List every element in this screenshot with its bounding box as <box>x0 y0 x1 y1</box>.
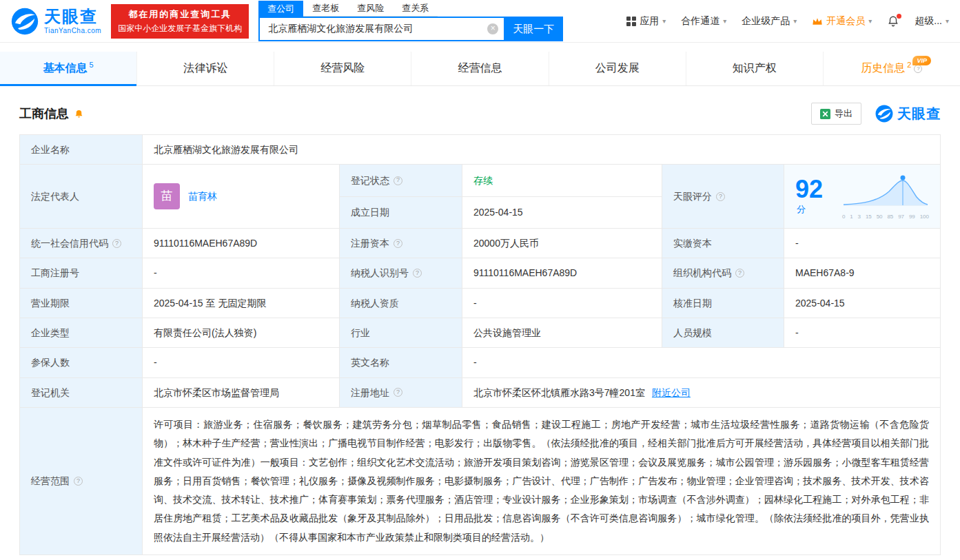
tianyancha-logo-icon <box>875 105 893 123</box>
label-text: 天眼评分 <box>673 189 712 203</box>
search-button[interactable]: 天眼一下 <box>504 17 563 41</box>
label-company-name: 企业名称 <box>20 135 143 165</box>
nearby-company-link[interactable]: 附近公司 <box>652 387 691 398</box>
promo-badge: 都在用的商业查询工具 国家中小企业发展子基金旗下机构 <box>111 4 249 39</box>
label-text: 统一社会信用代码 <box>31 236 108 250</box>
value-taxpayer-quality: - <box>462 288 662 318</box>
nav-enterprise-label: 企业级产品 <box>742 15 790 28</box>
nav-notifications[interactable] <box>887 15 899 28</box>
score-unit: 分 <box>797 204 806 214</box>
nav-partner[interactable]: 合作通道 ▾ <box>681 15 726 28</box>
label-establish-date: 成立日期 <box>340 196 462 228</box>
table-row: 企业类型 有限责任公司(法人独资) 行业 公共设施管理业 人员规模 - <box>20 318 941 348</box>
nav-vip[interactable]: 开通会员 ▾ <box>812 15 872 28</box>
label-insured-count: 参保人数 <box>20 348 143 377</box>
tab-legal-proceedings[interactable]: 法律诉讼 <box>137 52 274 85</box>
table-row: 工商注册号 - 纳税人识别号? 91110116MAEH67A89D 组织机构代… <box>20 258 941 288</box>
label-industry: 行业 <box>340 318 462 348</box>
tianyancha-logo[interactable]: 天眼查 TianYanCha.com <box>11 8 101 35</box>
value-taxpayer-id: 91110116MAEH67A89D <box>462 258 662 288</box>
label-english-name: 英文名称 <box>340 348 462 377</box>
nav-partner-label: 合作通道 <box>681 15 719 28</box>
label-business-term: 营业期限 <box>20 288 143 318</box>
search-tab-label: 查公司 <box>267 3 294 15</box>
nav-enterprise[interactable]: 企业级产品 ▾ <box>742 15 797 28</box>
bell-icon[interactable] <box>74 109 84 119</box>
nav-apps-label: 应用 <box>640 15 659 28</box>
label-company-type: 企业类型 <box>20 318 143 348</box>
value-org-code: MAEH67A8-9 <box>784 258 941 288</box>
label-text: 登记机关 <box>31 387 70 398</box>
tab-intellectual-property[interactable]: 知识产权 <box>686 52 824 85</box>
section-header: 工商信息 导出 天眼查 <box>19 103 941 125</box>
search-input[interactable] <box>267 23 487 35</box>
nav-apps[interactable]: 应用 ▾ <box>626 15 666 28</box>
value-reg-capital: 20000万人民币 <box>462 229 662 258</box>
value-text: - <box>795 238 799 249</box>
search-tab-risk[interactable]: 查风险 <box>348 1 393 17</box>
tab-history-info[interactable]: 历史信息 2 ? VIP <box>824 52 960 85</box>
tab-operating-risk[interactable]: 经营风险 <box>274 52 411 85</box>
nav-user-label: 超级... <box>915 15 942 28</box>
label-staff-size: 人员规模 <box>662 318 784 348</box>
help-icon[interactable]: ? <box>394 239 402 248</box>
table-row: 经营范围? 许可项目：旅游业务；住宿服务；餐饮服务；建筑劳务分包；烟草制品零售；… <box>20 407 941 554</box>
label-taxpayer-id: 纳税人识别号? <box>340 258 462 288</box>
section-title: 工商信息 <box>19 105 69 122</box>
label-text: 纳税人资质 <box>351 298 399 309</box>
legal-rep-avatar[interactable]: 苗 <box>154 183 180 209</box>
vip-badge: VIP <box>912 56 931 65</box>
value-insured-count: - <box>143 348 340 377</box>
value-text: 公共设施管理业 <box>473 327 541 338</box>
value-text: 2025-04-15 <box>795 298 845 309</box>
business-info-table: 企业名称 北京雁栖湖文化旅游发展有限公司 法定代表人 苗 苗育林 登记状态? 存… <box>19 134 941 555</box>
chevron-down-icon: ▾ <box>793 17 797 25</box>
label-text: 成立日期 <box>351 207 389 218</box>
value-text: 2025-04-15 <box>473 207 523 218</box>
value-english-name: - <box>462 348 941 377</box>
tab-company-development[interactable]: 公司发展 <box>549 52 686 85</box>
help-icon[interactable]: ? <box>394 176 402 185</box>
label-text: 企业类型 <box>31 327 70 338</box>
tab-label: 经营信息 <box>458 61 502 76</box>
tab-operating-info[interactable]: 经营信息 <box>411 52 549 85</box>
export-button[interactable]: 导出 <box>811 103 861 125</box>
value-text: 20000万人民币 <box>473 238 539 249</box>
label-text: 营业期限 <box>31 298 70 309</box>
label-paid-capital: 实缴资本 <box>662 229 784 258</box>
value-text: 北京雁栖湖文化旅游发展有限公司 <box>154 144 298 155</box>
tab-label: 知识产权 <box>733 61 777 76</box>
label-reg-number: 工商注册号 <box>20 258 143 288</box>
value-text: 北京市怀柔区怀北镇雁水路3号7幢201室 <box>473 387 645 398</box>
legal-rep-link[interactable]: 苗育林 <box>188 189 217 203</box>
label-approval-date: 核准日期 <box>662 288 784 318</box>
help-icon[interactable]: ? <box>74 477 83 486</box>
tab-basic-info[interactable]: 基本信息 5 <box>0 52 137 85</box>
label-business-scope: 经营范围? <box>20 407 143 554</box>
value-text: 2025-04-15 至 无固定期限 <box>154 298 266 309</box>
help-icon[interactable]: ? <box>112 239 121 248</box>
nav-user[interactable]: 超级... ▾ <box>915 15 949 28</box>
help-icon[interactable]: ? <box>735 269 744 278</box>
value-credit-code: 91110116MAEH67A89D <box>143 229 340 258</box>
help-icon[interactable]: ? <box>914 65 922 73</box>
label-text: 行业 <box>351 327 370 338</box>
help-icon[interactable]: ? <box>394 388 402 397</box>
excel-icon <box>820 109 830 119</box>
search-tab-relation[interactable]: 查关系 <box>393 1 438 17</box>
tab-label: 公司发展 <box>595 61 640 76</box>
search-tab-boss[interactable]: 查老板 <box>303 1 348 17</box>
help-icon[interactable]: ? <box>716 192 725 201</box>
label-text: 注册地址 <box>351 386 389 400</box>
topbar: 天眼查 TianYanCha.com 都在用的商业查询工具 国家中小企业发展子基… <box>0 0 960 43</box>
label-reg-capital: 注册资本? <box>340 229 462 258</box>
clear-icon[interactable]: × <box>487 23 498 34</box>
value-reg-authority: 北京市怀柔区市场监督管理局 <box>143 377 340 407</box>
help-icon[interactable]: ? <box>413 269 422 278</box>
grid-icon <box>626 17 636 26</box>
search-tab-company[interactable]: 查公司 <box>258 1 303 17</box>
table-row: 法定代表人 苗 苗育林 登记状态? 存续 天眼评分? 92分 <box>20 165 941 196</box>
tianyan-score[interactable]: 92分 0131550859799100 <box>795 172 929 220</box>
search-box: × 天眼一下 <box>258 17 563 41</box>
label-text: 参保人数 <box>31 357 70 368</box>
